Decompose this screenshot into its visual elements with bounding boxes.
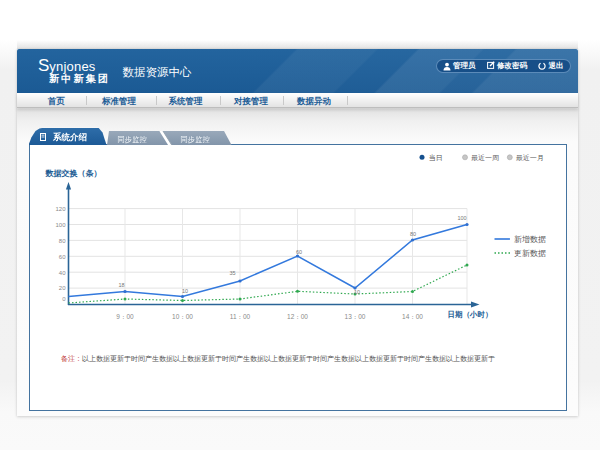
svg-text:14：00: 14：00: [402, 313, 423, 320]
svg-text:100: 100: [457, 215, 466, 221]
svg-text:40: 40: [59, 270, 66, 276]
svg-text:最近一月: 最近一月: [516, 154, 544, 162]
svg-text:新增数据: 新增数据: [514, 235, 546, 244]
svg-text:20: 20: [59, 285, 66, 291]
svg-text:10: 10: [182, 288, 188, 294]
svg-text:60: 60: [296, 249, 302, 255]
svg-text:10: 10: [354, 289, 360, 295]
svg-text:100: 100: [55, 222, 66, 228]
svg-text:0: 0: [62, 296, 66, 302]
svg-text:最近一周: 最近一周: [471, 154, 499, 161]
svg-text:18: 18: [118, 282, 124, 288]
svg-text:80: 80: [59, 238, 66, 244]
svg-text:120: 120: [55, 206, 66, 212]
svg-text:当日: 当日: [429, 154, 443, 162]
svg-text:12：00: 12：00: [287, 313, 308, 320]
svg-text:11：00: 11：00: [230, 313, 251, 320]
svg-text:9：00: 9：00: [116, 313, 134, 320]
svg-text:10：00: 10：00: [172, 313, 193, 320]
svg-text:35: 35: [229, 270, 235, 276]
svg-text:60: 60: [59, 254, 66, 260]
svg-text:13：00: 13：00: [345, 313, 366, 320]
svg-text:80: 80: [410, 231, 416, 237]
svg-text:更新数据: 更新数据: [514, 249, 546, 258]
